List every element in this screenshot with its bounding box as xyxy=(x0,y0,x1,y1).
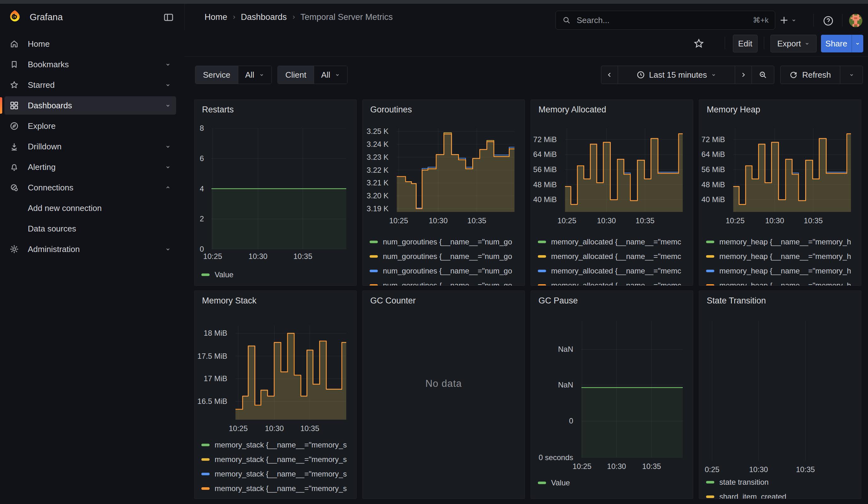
legend-item[interactable]: memory_stack {__name__="memory_s xyxy=(202,455,353,464)
chart-plot[interactable] xyxy=(704,321,851,461)
drilldown-icon xyxy=(9,142,19,151)
breadcrumb-dashboards[interactable]: Dashboards xyxy=(241,12,287,22)
search-box[interactable]: ⌘+k xyxy=(556,11,775,30)
legend-item[interactable]: memory_stack {__name__="memory_s xyxy=(202,470,353,479)
legend-item[interactable]: memory_heap {__name__="memory_h xyxy=(706,252,858,261)
legend-series-marker xyxy=(706,270,714,272)
legend-item[interactable]: shard_item_created xyxy=(706,492,858,499)
sidebar-item-dashboards[interactable]: Dashboards xyxy=(4,96,176,115)
client-variable-value[interactable]: All xyxy=(314,66,347,84)
legend-item[interactable]: memory_heap {__name__="memory_h xyxy=(706,237,858,246)
add-new-button[interactable] xyxy=(779,13,806,28)
time-shift-back-button[interactable] xyxy=(601,66,618,84)
legend-item[interactable]: Value xyxy=(202,270,353,279)
legend-series-marker xyxy=(706,481,714,483)
share-dropdown-button[interactable] xyxy=(851,35,863,52)
panel-memory-stack: Memory Stack 18 MiB17.5 MiB17 MiB16.5 Mi… xyxy=(194,290,356,499)
y-tick-label: 3.20 K xyxy=(367,192,389,200)
panel-title[interactable]: State Transition xyxy=(707,296,766,306)
y-tick-label: 3.25 K xyxy=(367,127,389,136)
legend-item[interactable]: num_goroutines {__name__="num_go xyxy=(370,267,521,275)
zoom-out-button[interactable] xyxy=(752,66,774,84)
legend-item[interactable]: num_goroutines {__name__="num_go xyxy=(370,252,521,261)
chevron-down-icon xyxy=(711,72,716,78)
sidebar-item-starred[interactable]: Starred xyxy=(4,76,176,94)
chevron-down-icon[interactable] xyxy=(165,61,171,68)
sidebar-item-administration[interactable]: Administration xyxy=(4,240,176,258)
panel-title[interactable]: Memory Heap xyxy=(707,105,761,115)
panel-title[interactable]: GC Counter xyxy=(370,296,416,306)
favorite-star-icon[interactable] xyxy=(692,37,706,51)
chart-plot[interactable] xyxy=(565,128,683,212)
chart-plot[interactable] xyxy=(211,128,346,249)
sidebar-item-label: Data sources xyxy=(28,224,76,234)
legend-item[interactable]: memory_allocated {__name__="memc xyxy=(538,267,690,275)
time-range-button[interactable]: Last 15 minutes xyxy=(618,66,735,84)
chevron-down-icon[interactable] xyxy=(165,143,171,150)
sidebar-item-connections[interactable]: Connections xyxy=(4,178,176,197)
share-button-group: Share xyxy=(821,35,863,52)
service-variable-value[interactable]: All xyxy=(238,66,271,84)
chevron-down-icon[interactable] xyxy=(165,164,171,170)
legend-item[interactable]: state transition xyxy=(706,478,858,487)
top-navbar: Grafana Home Dashboards Temporal Server … xyxy=(0,4,868,31)
legend-item[interactable]: memory_allocated {__name__="memc xyxy=(538,237,690,246)
refresh-button[interactable]: Refresh xyxy=(780,66,840,84)
share-button[interactable]: Share xyxy=(821,35,851,52)
legend-item[interactable]: memory_allocated {__name__="memc xyxy=(538,281,690,286)
sidebar-item-alerting[interactable]: Alerting xyxy=(4,158,176,176)
x-tick-label: 10:25 xyxy=(572,462,591,471)
grafana-logo-icon[interactable] xyxy=(8,6,22,27)
x-axis: 10:2510:3010:35 xyxy=(211,252,346,261)
legend-item[interactable]: Value xyxy=(538,479,690,487)
panel-title[interactable]: Memory Allocated xyxy=(538,105,606,115)
legend-item[interactable]: memory_heap {__name__="memory_h xyxy=(706,267,858,275)
dock-menu-icon[interactable] xyxy=(162,11,175,23)
help-icon[interactable] xyxy=(821,14,835,28)
legend-series-marker xyxy=(706,284,714,286)
y-tick-label: 18 MiB xyxy=(204,329,227,338)
legend-item[interactable]: memory_allocated {__name__="memc xyxy=(538,252,690,261)
panel-title[interactable]: GC Pause xyxy=(538,296,578,306)
chevron-down-icon[interactable] xyxy=(165,102,171,109)
time-shift-forward-button[interactable] xyxy=(735,66,752,84)
sidebar-item-add-new-connection[interactable]: Add new connection xyxy=(4,199,176,217)
user-avatar[interactable] xyxy=(849,14,862,27)
sidebar-item-bookmarks[interactable]: Bookmarks xyxy=(4,55,176,74)
edit-button[interactable]: Edit xyxy=(733,35,757,52)
sidebar-item-explore[interactable]: Explore xyxy=(4,117,176,135)
panel-title[interactable]: Memory Stack xyxy=(202,296,257,306)
legend-series-label: num_goroutines {__name__="num_go xyxy=(383,281,512,286)
sidebar-item-home[interactable]: Home xyxy=(4,35,176,53)
y-tick-label: 4 xyxy=(200,184,204,193)
chevron-down-icon[interactable] xyxy=(165,82,171,88)
share-button-label: Share xyxy=(825,39,847,49)
chevron-down-icon[interactable] xyxy=(165,246,171,252)
panel-title[interactable]: Restarts xyxy=(202,105,234,115)
sidebar-item-label: Alerting xyxy=(28,162,55,172)
sidebar-item-label: Add new connection xyxy=(28,203,102,213)
chevron-up-icon[interactable] xyxy=(165,184,171,191)
legend-item[interactable]: memory_stack {__name__="memory_s xyxy=(202,441,353,449)
chart-plot[interactable] xyxy=(397,128,515,212)
filter-row: Service All Client All Last 15 minutes xyxy=(184,56,868,94)
legend-series-label: memory_allocated {__name__="memc xyxy=(551,237,681,246)
chevron-down-icon xyxy=(334,72,340,78)
chevron-down-icon xyxy=(259,72,265,78)
legend-item[interactable]: memory_stack {__name__="memory_s xyxy=(202,484,353,493)
legend-series-marker xyxy=(538,284,546,286)
search-input[interactable] xyxy=(576,15,748,25)
legend-item[interactable]: num_goroutines {__name__="num_go xyxy=(370,281,521,286)
export-button[interactable]: Export xyxy=(771,35,817,52)
chart-plot[interactable] xyxy=(733,128,851,212)
legend-item[interactable]: memory_heap {__name__="memory_h xyxy=(706,281,858,286)
refresh-interval-button[interactable] xyxy=(840,66,863,84)
chart-plot[interactable] xyxy=(236,326,346,420)
legend-item[interactable]: num_goroutines {__name__="num_go xyxy=(370,237,521,246)
navbar-separator xyxy=(813,14,814,27)
sidebar-item-data-sources[interactable]: Data sources xyxy=(4,219,176,238)
panel-title[interactable]: Goroutines xyxy=(370,105,412,115)
chart-plot[interactable] xyxy=(581,321,683,457)
breadcrumb-home[interactable]: Home xyxy=(205,12,227,22)
sidebar-item-drilldown[interactable]: Drilldown xyxy=(4,137,176,156)
